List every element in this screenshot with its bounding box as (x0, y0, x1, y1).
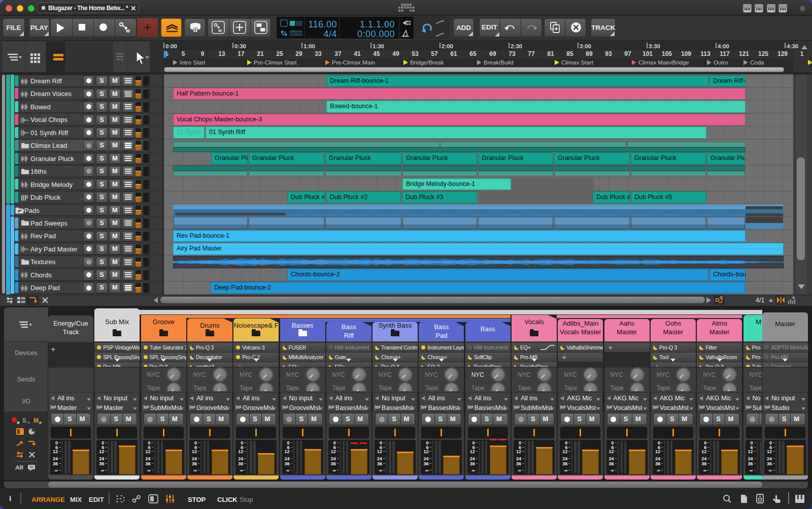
svg-text:✕: ✕ (27, 421, 30, 425)
svg-text:M: M (33, 417, 39, 424)
svg-text:✕: ✕ (39, 421, 42, 425)
svg-text:S: S (22, 417, 26, 424)
svg-text:w: w (125, 28, 130, 34)
svg-text:w: w (218, 28, 222, 33)
svg-text:✕: ✕ (17, 421, 20, 425)
